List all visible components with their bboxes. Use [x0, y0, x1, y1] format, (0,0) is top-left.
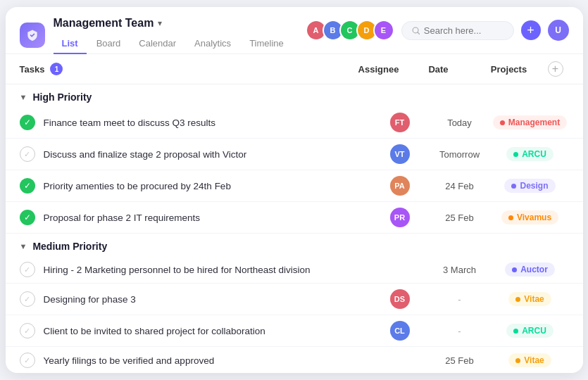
task-project: Vitae [492, 292, 569, 306]
badge-dot-icon [515, 358, 520, 363]
project-badge[interactable]: Vivamus [501, 210, 558, 224]
task-date: - [428, 326, 492, 336]
badge-dot-icon [511, 184, 516, 189]
task-text: Proposal for phase 2 IT requirements [44, 213, 372, 223]
table-row[interactable]: Client to be invited to shared project f… [6, 315, 583, 347]
task-check-pending-icon[interactable] [20, 291, 35, 307]
avatar-stack: A B C D E [306, 20, 394, 41]
task-date: 24 Feb [428, 181, 492, 191]
task-text: Finance team meet to discuss Q3 results [44, 118, 372, 128]
task-project: Vivamus [492, 210, 569, 224]
tab-analytics[interactable]: Analytics [186, 34, 239, 54]
badge-dot-icon [513, 152, 518, 157]
task-date: Tomorrow [428, 149, 492, 160]
tab-timeline[interactable]: Timeline [241, 34, 292, 54]
nav-tabs: List Board Calendar Analytics Timeline [54, 34, 292, 53]
task-check-pending-icon[interactable] [20, 262, 35, 277]
badge-dot-icon [508, 215, 513, 220]
search-input[interactable] [424, 25, 503, 36]
task-text: Priority amenties to be procured by 24th… [44, 181, 372, 191]
task-assignee: CL [372, 321, 428, 341]
team-name: Management Team [54, 17, 154, 30]
task-assignee: DS [372, 289, 428, 309]
logo [20, 23, 45, 48]
col-tasks-header: Tasks 1 [20, 63, 351, 75]
task-count-badge: 1 [50, 63, 63, 75]
add-column-button[interactable]: + [548, 61, 563, 77]
task-project: Management [492, 115, 569, 129]
task-project: Design [492, 179, 569, 193]
table-row[interactable]: Yearly filings to be verified and approv… [6, 347, 583, 373]
high-priority-group: ▼ High Priority ✓ Finance team meet to d… [6, 84, 583, 234]
task-text: Yearly filings to be verified and approv… [44, 355, 372, 366]
table-row[interactable]: Discuss and finalize stage 2 proposal wi… [6, 139, 583, 170]
medium-priority-chevron-icon: ▼ [20, 242, 27, 251]
project-badge[interactable]: Design [504, 179, 555, 193]
task-date: Today [428, 118, 492, 128]
tab-board[interactable]: Board [88, 34, 130, 54]
task-check-pending-icon[interactable] [20, 146, 35, 162]
task-check-pending-icon[interactable] [20, 353, 35, 368]
task-project: Vitae [492, 353, 569, 367]
task-date: 25 Feb [428, 355, 492, 366]
search-box[interactable] [401, 21, 514, 40]
task-date: - [428, 294, 492, 305]
task-check-done-icon[interactable]: ✓ [20, 210, 35, 225]
project-badge[interactable]: Vitae [508, 353, 551, 367]
badge-dot-icon [513, 329, 518, 334]
header-left: Management Team ▾ List Board Calendar An… [54, 17, 292, 53]
project-badge[interactable]: ARCU [506, 324, 553, 338]
task-date: 25 Feb [428, 213, 492, 223]
avatar-5: E [373, 20, 394, 41]
task-check-pending-icon[interactable] [20, 323, 35, 338]
team-chevron-icon[interactable]: ▾ [158, 18, 162, 28]
app-container: Management Team ▾ List Board Calendar An… [6, 7, 583, 373]
medium-priority-header[interactable]: ▼ Medium Priority [6, 234, 583, 256]
high-priority-label: High Priority [32, 91, 92, 103]
task-assignee: PR [372, 208, 428, 227]
table-row[interactable]: ✓ Finance team meet to discuss Q3 result… [6, 107, 583, 139]
tab-calendar[interactable]: Calendar [130, 34, 184, 54]
high-priority-header[interactable]: ▼ High Priority [6, 84, 583, 107]
task-text: Hiring - 2 Marketing personnel to be hir… [44, 265, 372, 275]
col-projects-header: Projects [470, 64, 548, 75]
project-badge[interactable]: Vitae [508, 292, 551, 306]
badge-dot-icon [515, 297, 520, 302]
task-text: Client to be invited to shared project f… [44, 326, 372, 336]
header-right: A B C D E + U [306, 20, 569, 51]
avatar: FT [390, 113, 410, 132]
team-name-row: Management Team ▾ [54, 17, 292, 30]
col-assignee-header: Assignee [351, 64, 407, 75]
avatar: VT [390, 144, 410, 164]
current-user-avatar[interactable]: U [548, 20, 569, 41]
task-assignee: PA [372, 176, 428, 196]
tasks-label: Tasks [20, 64, 45, 75]
avatar: DS [390, 289, 410, 309]
avatar: CL [390, 321, 410, 341]
avatar: PA [390, 176, 410, 196]
project-badge[interactable]: ARCU [506, 147, 553, 161]
table-row[interactable]: ✓ Priority amenties to be procured by 24… [6, 170, 583, 202]
task-text: Discuss and finalize stage 2 proposal wi… [44, 149, 372, 160]
task-project: ARCU [492, 147, 569, 161]
high-priority-chevron-icon: ▼ [20, 93, 27, 101]
table-row[interactable]: ✓ Proposal for phase 2 IT requirements P… [6, 202, 583, 234]
task-check-done-icon[interactable]: ✓ [20, 178, 35, 194]
table-row[interactable]: Hiring - 2 Marketing personnel to be hir… [6, 256, 583, 284]
badge-dot-icon [500, 120, 505, 125]
task-date: 3 March [428, 265, 492, 275]
task-assignee: FT [372, 113, 428, 132]
table-row[interactable]: Designing for phase 3 DS - Vitae [6, 284, 583, 315]
column-headers: Tasks 1 Assignee Date Projects + [6, 54, 583, 84]
project-badge[interactable]: Management [493, 115, 567, 129]
tab-list[interactable]: List [54, 34, 87, 54]
project-badge[interactable]: Auctor [505, 262, 555, 277]
task-text: Designing for phase 3 [44, 294, 372, 305]
svg-line-1 [417, 32, 419, 34]
medium-priority-label: Medium Priority [32, 241, 107, 252]
medium-priority-group: ▼ Medium Priority Hiring - 2 Marketing p… [6, 234, 583, 373]
search-icon [412, 26, 420, 35]
task-check-done-icon[interactable]: ✓ [20, 115, 35, 130]
task-assignee: VT [372, 144, 428, 164]
add-button[interactable]: + [521, 20, 541, 40]
